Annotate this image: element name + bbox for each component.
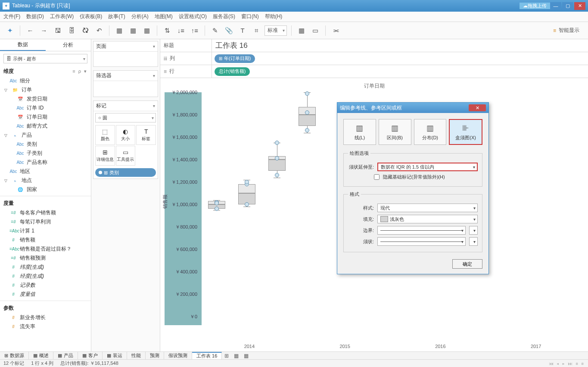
dimension-field[interactable]: Abc地区 xyxy=(0,167,91,176)
close-button[interactable]: ✕ xyxy=(574,2,585,10)
dashboard-button[interactable]: ▦ xyxy=(296,25,307,36)
menu-item[interactable]: 分析(A) xyxy=(131,13,149,20)
new-sheet-button[interactable]: ▦ xyxy=(241,353,251,359)
tab-analytics[interactable]: 分析 xyxy=(46,39,91,51)
measure-field[interactable]: #经度(生成) xyxy=(0,272,91,281)
new-sheet-button[interactable]: ▦ xyxy=(231,353,241,359)
menu-item[interactable]: 设置格式(O) xyxy=(179,13,207,20)
mark-详细信息[interactable]: ⊞详细信息 xyxy=(95,146,115,166)
attach-button[interactable]: 📎 xyxy=(223,25,234,36)
sheet-tab[interactable]: 预测 xyxy=(146,352,164,359)
sort-desc-button[interactable]: ↑≡ xyxy=(189,25,200,36)
measure-field[interactable]: =Abc销售额是否超过目标？ xyxy=(0,245,91,254)
duplicate-button[interactable]: ▦ xyxy=(128,25,139,36)
dimension-field[interactable]: Abc子类别 xyxy=(0,149,91,158)
whisker-line-select[interactable] xyxy=(377,237,466,246)
guide-button[interactable]: ⌗ xyxy=(251,25,262,36)
mark-大小[interactable]: ◐大小 xyxy=(116,125,136,145)
menu-item[interactable]: 工作表(W) xyxy=(50,13,74,20)
sheet-tab[interactable]: ▦产品 xyxy=(53,352,78,359)
dimension-field[interactable]: Abc细分 xyxy=(0,76,91,85)
border-select[interactable] xyxy=(377,226,466,235)
menu-item[interactable]: 仪表板(B) xyxy=(80,13,102,20)
dimension-field[interactable]: ▽ₕ产品 xyxy=(0,131,91,140)
sort-asc-button[interactable]: ↓≡ xyxy=(175,25,187,36)
worksheet-title[interactable]: 工作表 16 xyxy=(212,39,588,52)
measure-field[interactable]: =#每名客户销售额 xyxy=(0,208,91,217)
hide-marks-checkbox[interactable] xyxy=(374,174,380,180)
dimension-field[interactable]: 📅发货日期 xyxy=(0,94,91,104)
dialog-tab[interactable]: ▥分布(D) xyxy=(414,119,447,145)
rows-pill[interactable]: 总计(销售额) xyxy=(215,67,250,76)
measure-field[interactable]: #记录数 xyxy=(0,281,91,290)
parameter-field[interactable]: #流失率 xyxy=(0,322,91,331)
datasource-button[interactable]: 🗄 xyxy=(66,25,77,36)
pages-card[interactable]: 页面▾ xyxy=(93,41,158,67)
fit-dropdown[interactable]: 标准 xyxy=(264,25,287,36)
status-nav[interactable]: ⏮ ◀ ▶ ⏭ ⊞ ⊞ xyxy=(549,361,585,366)
dimension-field[interactable]: Abc类别 xyxy=(0,140,91,149)
share-button[interactable]: ⫘ xyxy=(330,25,341,36)
style-select[interactable]: 现代 xyxy=(377,204,478,212)
mark-type-select[interactable]: ○ 圆 xyxy=(95,113,156,122)
dialog-tab[interactable]: ▥区间(B) xyxy=(379,119,411,145)
color-pill[interactable]: ⊞ 类别 xyxy=(95,168,156,177)
measure-field[interactable]: #纬度(生成) xyxy=(0,263,91,272)
menu-item[interactable]: 窗口(N) xyxy=(241,13,259,20)
dimension-field[interactable]: Abc产品名称 xyxy=(0,158,91,167)
maximize-button[interactable]: ▢ xyxy=(562,2,573,10)
mark-工具提示[interactable]: ▭工具提示 xyxy=(116,146,136,166)
menu-item[interactable]: 数据(D) xyxy=(26,13,44,20)
sheet-tab[interactable]: 假设预测 xyxy=(164,352,192,359)
dimension-field[interactable]: 📅订单日期 xyxy=(0,113,91,122)
columns-shelf[interactable]: ⊞年(订单日期) xyxy=(212,52,588,65)
columns-pill[interactable]: ⊞年(订单日期) xyxy=(215,54,255,63)
highlight-button[interactable]: ✎ xyxy=(209,25,221,36)
menu-item[interactable]: 帮助(H) xyxy=(265,13,283,20)
save-button[interactable]: 🖫 xyxy=(52,25,63,36)
tableau-logo-icon[interactable]: ✦ xyxy=(4,25,16,36)
measure-field[interactable]: =Abc计算 1 xyxy=(0,226,91,235)
dimensions-options-icon[interactable]: ≡ ρ ▾ xyxy=(72,69,87,74)
sheet-tab[interactable]: ▦装运 xyxy=(103,352,127,359)
mark-标签[interactable]: T标签 xyxy=(136,125,156,145)
dimension-field[interactable]: 🌐国家 xyxy=(0,185,91,194)
undo-button[interactable]: ↶ xyxy=(93,25,105,36)
measure-field[interactable]: =#每笔订单利润 xyxy=(0,217,91,226)
show-me-button[interactable]: ≡ 智能显示 xyxy=(549,27,584,34)
new-worksheet-button[interactable]: ▦ xyxy=(114,25,125,36)
ok-button[interactable]: 确定 xyxy=(452,259,482,269)
tab-data[interactable]: 数据 xyxy=(0,39,46,51)
upload-button[interactable]: ☁ 拖拽上传 xyxy=(520,3,550,9)
sheet-tab[interactable]: 工作表 16 xyxy=(192,352,222,359)
menu-item[interactable]: 服务器(S) xyxy=(213,13,235,20)
whisker-color-select[interactable] xyxy=(469,237,478,246)
dialog-close-button[interactable]: ✕ xyxy=(469,104,486,111)
refresh-button[interactable]: 🗘 xyxy=(80,25,91,36)
dialog-tab[interactable]: ▥线(L) xyxy=(343,119,376,145)
back-button[interactable]: ← xyxy=(25,25,36,36)
menu-item[interactable]: 故事(T) xyxy=(108,13,125,20)
rows-shelf[interactable]: 总计(销售额) xyxy=(212,65,588,78)
measure-field[interactable]: =#销售额预测 xyxy=(0,254,91,263)
menu-item[interactable]: 文件(F) xyxy=(3,13,20,20)
present-button[interactable]: ▭ xyxy=(310,25,321,36)
sheet-tab[interactable]: ⊞数据源 xyxy=(0,352,29,359)
clear-button[interactable]: ▦ xyxy=(141,25,152,36)
datasource-select[interactable]: 🗄 示例 - 超市 xyxy=(3,54,87,63)
measure-field[interactable]: #销售额 xyxy=(0,235,91,245)
border-color-select[interactable] xyxy=(469,226,478,235)
swap-button[interactable]: ⇅ xyxy=(162,25,173,36)
measure-field[interactable]: #度量值 xyxy=(0,290,91,299)
sheet-tab[interactable]: ▦概述 xyxy=(29,352,53,359)
forward-button[interactable]: → xyxy=(38,25,50,36)
new-sheet-button[interactable]: ⊞ xyxy=(222,353,231,359)
dimension-field[interactable]: Abc订单 ID xyxy=(0,104,91,113)
menu-item[interactable]: 地图(M) xyxy=(155,13,173,20)
parameter-field[interactable]: #新业务增长 xyxy=(0,313,91,322)
sheet-tab[interactable]: 性能 xyxy=(127,352,146,359)
fill-select[interactable]: 浅灰色 xyxy=(377,215,478,223)
text-button[interactable]: T xyxy=(237,25,248,36)
dimension-field[interactable]: ▽📁订单 xyxy=(0,85,91,94)
dimension-field[interactable]: Abc邮寄方式 xyxy=(0,122,91,131)
